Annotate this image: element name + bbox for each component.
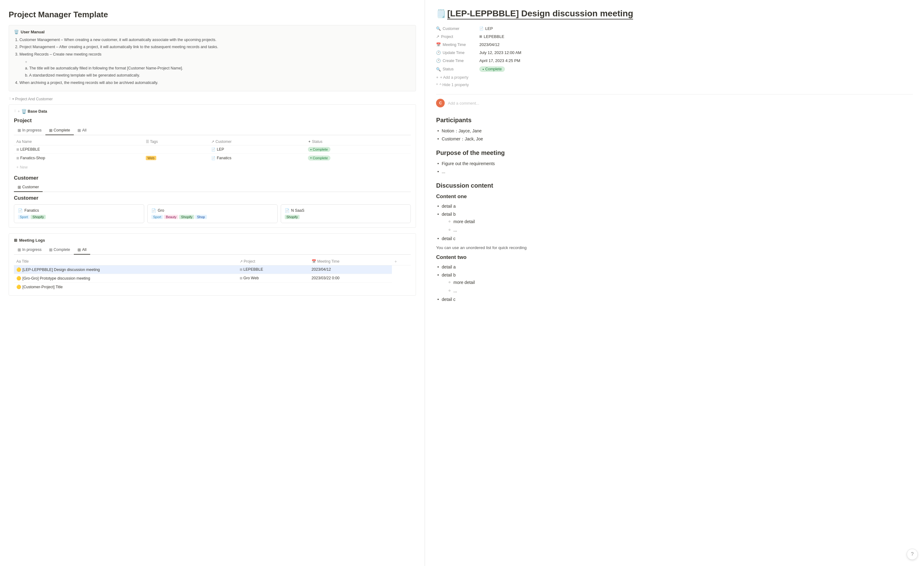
manual-sub-a: + a. The title will be automatically fil…: [25, 59, 411, 72]
tab-in-progress[interactable]: ⊞ In progress: [14, 126, 45, 135]
prop-value-customer: 📄 LEP: [479, 26, 913, 31]
note-icon: 🟡: [16, 268, 21, 272]
customer-card-tags: Shopify: [285, 215, 407, 219]
avatar: C: [436, 99, 445, 108]
customer-card-fanatics[interactable]: 📄 Fanatics Sport Shopify: [14, 204, 144, 223]
customer-card-nsaas[interactable]: 📄 N SaaS Shopify: [281, 204, 411, 223]
meeting-row[interactable]: 🟡 [Customer-Project] Title: [14, 282, 411, 291]
purpose-heading: Purpose of the meeting: [436, 149, 913, 156]
tab-all[interactable]: ⊞ All: [74, 126, 90, 135]
sub-list-item: ...: [448, 287, 913, 295]
card-page-icon: 📄: [285, 208, 290, 213]
new-icon: +: [16, 165, 18, 169]
customer-card-tags: Sport Shopify: [18, 215, 140, 219]
meeting-title: 🟡 [LEP-LEPPBBLE] Design discussion meeti…: [14, 265, 237, 274]
customer-card-gro[interactable]: 📄 Gro Sport Beauty Shopify Shop: [147, 204, 278, 223]
meeting-logs-header: ⊞ Meeting Logs: [14, 238, 411, 243]
tag-shop: Shop: [195, 215, 207, 219]
meeting-tab-bar: ⊞ In progress ⊞ Complete ⊞ All: [14, 246, 411, 255]
manual-icon: 🗑️: [14, 30, 19, 34]
manual-item-4: When archiving a project, the meeting re…: [20, 79, 411, 86]
card-page-icon: 📄: [152, 208, 156, 213]
add-property-button[interactable]: + + Add a property: [436, 74, 913, 81]
note-icon: 🟡: [16, 276, 21, 280]
tab-icon: ⊞: [49, 247, 52, 252]
meeting-time: 2023/04/12: [309, 265, 392, 274]
participants-list: Notion：Jayce, Jane Customer：Jack, Joe: [436, 127, 913, 143]
list-item: ...: [436, 168, 913, 175]
meeting-table: Aa Title ↗ Project 📅 Meeting Time + 🟡 [L…: [14, 258, 411, 291]
meeting-time: 2023/03/22 0:00: [309, 274, 392, 282]
col-status: ✦ Status: [305, 138, 411, 145]
participants-heading: Participants: [436, 117, 913, 124]
meeting-tab-inprogress[interactable]: ⊞ In progress: [14, 246, 45, 255]
tag-sport: Sport: [18, 215, 30, 219]
content-two-heading: Content two: [436, 254, 913, 261]
new-row-button[interactable]: + New: [14, 164, 411, 171]
card-page-icon: 📄: [18, 208, 23, 213]
col-meeting-time: 📅 Meeting Time: [309, 258, 392, 265]
meeting-time: [309, 282, 392, 291]
prop-value-update-time: July 12, 2023 12:00 AM: [479, 50, 913, 55]
prop-create-time[interactable]: 🕐 Create Time April 17, 2023 4:25 PM: [436, 57, 913, 65]
file-icon: 📄: [479, 27, 484, 31]
list-item: detail a: [436, 263, 913, 271]
meeting-project: [237, 282, 309, 291]
divider-1: [436, 94, 913, 94]
table-row[interactable]: ⊞ LEPEBBLE 📄 LEP Complete: [14, 145, 411, 154]
file-icon: 📄: [211, 148, 216, 151]
base-data-block: ⠿ + 🗑️ Base Data Project ⊞ In progress ⊞…: [9, 104, 416, 228]
prop-meeting-time[interactable]: 📅 Meeting Time 2023/04/12: [436, 41, 913, 49]
meeting-row[interactable]: 🟡 [Gro-Gro] Prototype discussion meeting…: [14, 274, 411, 282]
meeting-tab-complete[interactable]: ⊞ Complete: [45, 246, 74, 255]
comment-input[interactable]: Add a comment...: [448, 101, 479, 106]
tab-customer[interactable]: ⊞ Customer: [14, 183, 43, 192]
prop-status[interactable]: 🔍 Status Complete: [436, 65, 913, 74]
col-icon: Aa: [16, 259, 21, 264]
page-title: Project Manager Template: [9, 10, 416, 19]
project-icon: ⊞: [479, 34, 482, 39]
col-icon: 📅: [312, 259, 316, 264]
plus-icon-base[interactable]: +: [18, 109, 20, 114]
manual-item-2: Project Management – After creating a pr…: [20, 44, 411, 50]
customer-card-title: 📄 N SaaS: [285, 208, 407, 213]
prop-customer[interactable]: 🔍 Customer 📄 LEP: [436, 25, 913, 33]
unordered-note: You can use an unordered list for quick …: [436, 246, 913, 250]
drag-icon: ⠿: [9, 97, 11, 101]
prop-project[interactable]: ↗ Project ⊞ LEPEBBLE: [436, 33, 913, 41]
content-one-list: detail a detail b more detail ... detail…: [436, 202, 913, 243]
arrow-icon: ↗: [436, 34, 440, 39]
list-item: detail b more detail ...: [436, 271, 913, 295]
meeting-logs-block: ⊞ Meeting Logs ⊞ In progress ⊞ Complete …: [9, 233, 416, 296]
help-button[interactable]: ?: [907, 549, 918, 560]
customer-card-title: 📄 Gro: [152, 208, 274, 213]
col-project: ↗ Project: [237, 258, 309, 265]
meeting-tab-all[interactable]: ⊞ All: [74, 246, 90, 255]
hide-property-button[interactable]: ^ ^ Hide 1 property: [436, 81, 913, 88]
note-icon: 🟡: [16, 285, 21, 289]
search-icon-2: 🔍: [436, 67, 441, 72]
prop-update-time[interactable]: 🕐 Update Time July 12, 2023 12:00 AM: [436, 49, 913, 57]
meeting-row-selected[interactable]: 🟡 [LEP-LEPPBBLE] Design discussion meeti…: [14, 265, 411, 274]
comment-row[interactable]: C Add a comment...: [436, 97, 913, 109]
list-item: Customer：Jack, Joe: [436, 135, 913, 143]
project-customer-section-header[interactable]: ⠿ ▾ Project And Customer: [9, 97, 416, 101]
tab-complete[interactable]: ⊞ Complete: [45, 126, 74, 135]
project-icon: ⊞: [240, 268, 242, 271]
doc-title[interactable]: [LEP-LEPPBBLE] Design discussion meeting: [447, 9, 633, 19]
chevron-up-icon: ^: [436, 83, 438, 87]
row-tags: Web: [143, 154, 209, 162]
status-badge-complete[interactable]: Complete: [479, 66, 505, 72]
meeting-logs-icon: ⊞: [14, 238, 17, 243]
manual-item-3: Meeting Records – Create new meeting rec…: [20, 51, 411, 58]
prop-label-create-time: 🕐 Create Time: [436, 58, 479, 63]
project-table: Aa Name ☰ Tags ↗ Customer ✦ Status: [14, 138, 411, 162]
col-name: Aa Name: [14, 138, 143, 145]
tab-icon: ⊞: [78, 247, 81, 252]
prop-label-update-time: 🕐 Update Time: [436, 50, 479, 55]
table-row[interactable]: ⊞ Fanatics-Shop Web 📄 Fanatics Complete: [14, 154, 411, 162]
doc-title-emoji: 🗒️: [436, 9, 446, 18]
col-add[interactable]: +: [392, 258, 411, 265]
clock-icon-2: 🕐: [436, 58, 441, 63]
meeting-project: ⊞ Gro Web: [237, 274, 309, 282]
